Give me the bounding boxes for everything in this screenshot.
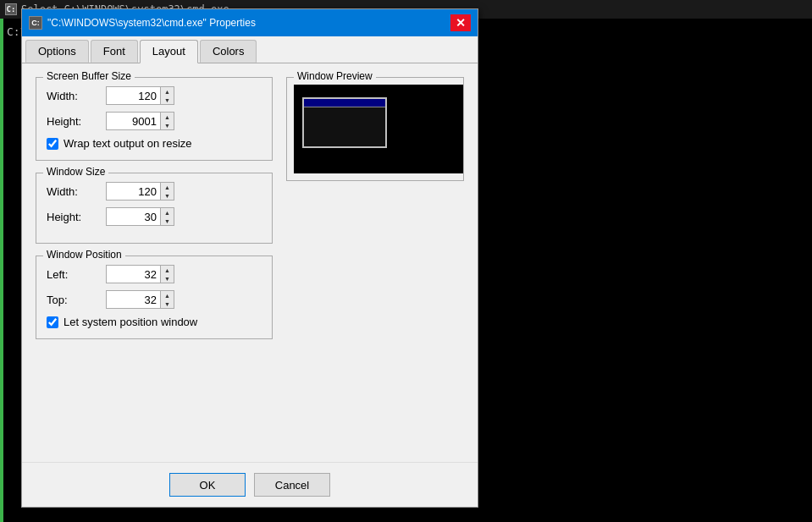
dialog-close-button[interactable]: ✕: [450, 14, 471, 31]
sys-pos-checkbox[interactable]: [47, 316, 58, 328]
window-size-width-up[interactable]: ▲: [161, 183, 174, 191]
window-size-height-up[interactable]: ▲: [161, 208, 174, 217]
layout-left: Screen Buffer Size Width: ▲ ▼ Height:: [36, 77, 273, 351]
screen-buffer-width-row: Width: ▲ ▼: [47, 86, 262, 105]
screen-buffer-width-spin: ▲ ▼: [106, 86, 174, 105]
window-size-label: Window Size: [43, 166, 108, 178]
window-pos-left-row: Left: ▲ ▼: [47, 265, 262, 283]
window-size-width-down[interactable]: ▼: [161, 191, 174, 200]
dialog-title: "C:\WINDOWS\system32\cmd.exe" Properties: [47, 17, 450, 29]
wrap-text-row: Wrap text output on resize: [47, 137, 262, 150]
window-pos-top-input[interactable]: [106, 290, 161, 309]
screen-buffer-height-up[interactable]: ▲: [161, 113, 174, 121]
window-pos-top-label: Top:: [47, 294, 106, 306]
screen-buffer-height-label: Height:: [47, 115, 106, 128]
window-pos-left-down[interactable]: ▼: [161, 274, 174, 283]
layout-right: Window Preview: [286, 77, 464, 351]
dialog-icon: C:: [29, 16, 42, 30]
tab-colors[interactable]: Colors: [200, 40, 257, 63]
ok-button[interactable]: OK: [169, 473, 246, 497]
window-size-height-down[interactable]: ▼: [161, 217, 174, 225]
window-preview-label: Window Preview: [294, 70, 376, 82]
screen-buffer-width-label: Width:: [47, 90, 106, 102]
dialog-titlebar: C: "C:\WINDOWS\system32\cmd.exe" Propert…: [22, 9, 478, 36]
window-pos-left-label: Left:: [47, 268, 106, 281]
cancel-button[interactable]: Cancel: [254, 473, 330, 497]
screen-buffer-height-spinbtns: ▲ ▼: [161, 112, 174, 130]
window-size-height-input[interactable]: [106, 207, 161, 226]
screen-buffer-group: Screen Buffer Size Width: ▲ ▼ Height:: [36, 77, 273, 161]
preview-window: [302, 97, 387, 148]
screen-buffer-width-up[interactable]: ▲: [161, 87, 174, 96]
properties-dialog: C: "C:\WINDOWS\system32\cmd.exe" Propert…: [21, 8, 478, 508]
window-size-width-spin: ▲ ▼: [106, 182, 174, 201]
green-bar: [0, 19, 3, 522]
window-size-width-row: Width: ▲ ▼: [47, 182, 262, 201]
screen-buffer-height-input[interactable]: [106, 112, 161, 130]
screen-buffer-width-down[interactable]: ▼: [161, 96, 174, 104]
preview-area: [294, 85, 463, 173]
screen-buffer-label: Screen Buffer Size: [43, 70, 135, 82]
tab-options[interactable]: Options: [25, 40, 89, 63]
window-preview-box: Window Preview: [286, 77, 464, 181]
wrap-text-label: Wrap text output on resize: [64, 137, 192, 150]
window-size-width-label: Width:: [47, 185, 106, 198]
window-size-group: Window Size Width: ▲ ▼ Height:: [36, 173, 273, 244]
window-size-height-row: Height: ▲ ▼: [47, 207, 262, 226]
dialog-content: Screen Buffer Size Width: ▲ ▼ Height:: [22, 63, 478, 462]
screen-buffer-width-spinbtns: ▲ ▼: [161, 86, 174, 105]
window-size-height-spin: ▲ ▼: [106, 207, 174, 226]
window-size-width-input[interactable]: [106, 182, 161, 201]
wrap-text-checkbox[interactable]: [47, 138, 58, 150]
window-pos-top-up[interactable]: ▲: [161, 291, 174, 299]
cmd-icon: C:: [5, 3, 17, 15]
window-pos-top-spinbtns: ▲ ▼: [161, 290, 174, 309]
tab-layout[interactable]: Layout: [140, 40, 198, 63]
window-pos-left-input[interactable]: [106, 265, 161, 283]
tabs-bar: Options Font Layout Colors: [22, 36, 478, 63]
screen-buffer-height-spin: ▲ ▼: [106, 112, 174, 130]
sys-pos-label: Let system position window: [64, 316, 197, 328]
sys-pos-row: Let system position window: [47, 316, 262, 328]
window-position-label: Window Position: [43, 249, 125, 261]
dialog-footer: OK Cancel: [22, 462, 478, 507]
window-pos-top-row: Top: ▲ ▼: [47, 290, 262, 309]
tab-font[interactable]: Font: [91, 40, 138, 63]
window-pos-left-up[interactable]: ▲: [161, 266, 174, 274]
window-pos-top-spin: ▲ ▼: [106, 290, 174, 309]
screen-buffer-width-input[interactable]: [106, 86, 161, 105]
window-size-height-label: Height:: [47, 211, 106, 223]
window-size-width-spinbtns: ▲ ▼: [161, 182, 174, 201]
window-pos-top-down[interactable]: ▼: [161, 299, 174, 308]
layout-two-col: Screen Buffer Size Width: ▲ ▼ Height:: [36, 77, 464, 351]
window-size-height-spinbtns: ▲ ▼: [161, 207, 174, 226]
window-pos-left-spinbtns: ▲ ▼: [161, 265, 174, 283]
screen-buffer-height-down[interactable]: ▼: [161, 121, 174, 129]
window-pos-left-spin: ▲ ▼: [106, 265, 174, 283]
preview-window-titlebar: [304, 99, 385, 107]
screen-buffer-height-row: Height: ▲ ▼: [47, 112, 262, 130]
window-position-group: Window Position Left: ▲ ▼ Top:: [36, 256, 273, 339]
